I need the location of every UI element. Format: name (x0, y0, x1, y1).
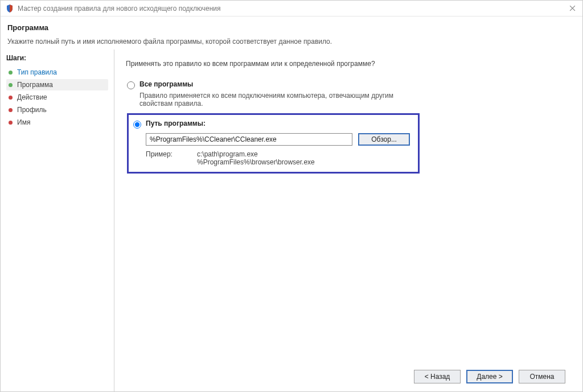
radio-program-path-label: Путь программы: (146, 119, 206, 127)
step-label: Тип правила (17, 68, 57, 76)
step-name[interactable]: Имя (6, 117, 108, 128)
cancel-button[interactable]: Отмена (519, 370, 565, 383)
page-subtitle: Укажите полный путь и имя исполняемого ф… (7, 38, 576, 46)
browse-button[interactable]: Обзор... (358, 133, 410, 146)
radio-group: Все программы Правило применяется ко все… (126, 80, 565, 174)
next-button[interactable]: Далее > (466, 370, 513, 383)
step-label: Имя (17, 118, 30, 126)
bullet-icon (9, 108, 13, 112)
close-icon[interactable] (566, 3, 578, 14)
step-profile[interactable]: Профиль (6, 104, 108, 115)
bullet-icon (9, 96, 13, 100)
question-text: Применять это правило ко всем программам… (126, 60, 565, 68)
example-values: c:\path\program.exe %ProgramFiles%\brows… (197, 150, 315, 166)
step-label: Действие (17, 93, 47, 101)
back-button[interactable]: < Назад (414, 370, 461, 383)
radio-program-path-input[interactable] (133, 121, 141, 129)
program-path-input[interactable] (146, 133, 352, 146)
radio-all-programs-label: Все программы (139, 80, 193, 88)
wizard-window: Мастер создания правила для нового исход… (0, 0, 583, 392)
example-label: Пример: (146, 150, 197, 166)
steps-title: Шаги: (6, 54, 108, 62)
page-title: Программа (7, 23, 576, 32)
sidebar: Шаги: Тип правила Программа Действие Про… (1, 49, 114, 391)
footer-buttons: < Назад Далее > Отмена (126, 360, 565, 383)
body: Шаги: Тип правила Программа Действие Про… (1, 49, 582, 391)
step-label: Профиль (17, 106, 47, 114)
titlebar: Мастер создания правила для нового исход… (1, 1, 582, 16)
bullet-icon (9, 121, 13, 125)
bullet-icon (9, 83, 13, 87)
radio-all-programs[interactable]: Все программы (127, 80, 565, 89)
step-rule-type[interactable]: Тип правила (6, 67, 108, 78)
step-program[interactable]: Программа (6, 79, 108, 90)
header: Программа Укажите полный путь и имя испо… (1, 16, 582, 49)
radio-program-path[interactable]: Путь программы: (133, 119, 410, 129)
content-area: Применять это правило ко всем программам… (114, 49, 582, 391)
shield-icon (5, 4, 14, 13)
step-action[interactable]: Действие (6, 92, 108, 103)
step-label: Программа (17, 81, 53, 89)
window-title: Мастер создания правила для нового исход… (18, 5, 566, 13)
radio-all-programs-desc: Правило применяется ко всем подключениям… (139, 92, 407, 108)
bullet-icon (9, 71, 13, 75)
radio-all-programs-input[interactable] (127, 81, 135, 89)
program-path-box: Путь программы: Обзор... Пример: c:\path… (127, 113, 420, 174)
